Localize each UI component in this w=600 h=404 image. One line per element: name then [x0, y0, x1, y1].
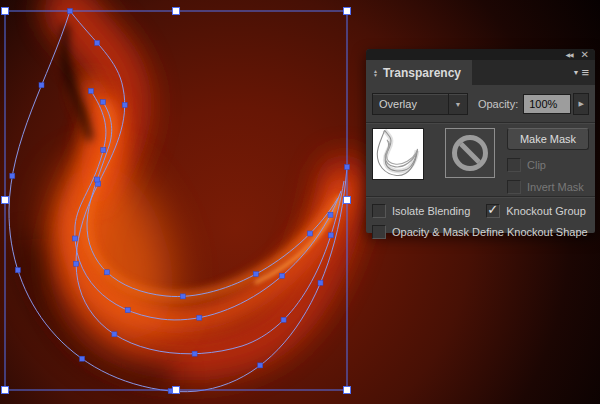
- panel-tab-row: ▲ ▼ Transparency ▼ ≡: [366, 60, 595, 85]
- knockout-group-label: Knockout Group: [506, 205, 586, 217]
- anchor-point[interactable]: [73, 236, 78, 241]
- anchor-point[interactable]: [192, 351, 197, 356]
- anchor-point[interactable]: [125, 308, 130, 313]
- opacity-spinner-icon[interactable]: ▶: [573, 93, 589, 115]
- anchor-point[interactable]: [345, 165, 350, 170]
- invert-mask-label: Invert Mask: [527, 181, 584, 193]
- anchor-point[interactable]: [308, 231, 313, 236]
- anchor-point[interactable]: [253, 272, 258, 277]
- isolate-blending-checkbox[interactable]: ✓: [372, 204, 386, 218]
- anchor-point[interactable]: [15, 268, 20, 273]
- thumbnails-row: Make Mask ✓ Clip ✓ Invert Mask: [372, 128, 589, 192]
- opacity-value-field[interactable]: 100%: [523, 94, 571, 114]
- anchor-point[interactable]: [74, 261, 79, 266]
- opacity-label: Opacity:: [478, 98, 518, 110]
- panel-toggle-icon[interactable]: ▲ ▼: [373, 69, 378, 77]
- blend-mode-dropdown[interactable]: Overlay ▼: [372, 93, 468, 115]
- anchor-point[interactable]: [10, 173, 15, 178]
- anchor-point[interactable]: [281, 317, 286, 322]
- object-thumbnail[interactable]: [372, 128, 424, 180]
- anchor-point[interactable]: [95, 177, 100, 182]
- handle-bottom-left[interactable]: [2, 387, 9, 394]
- invert-mask-row: ✓ Invert Mask: [507, 180, 589, 194]
- clip-label: Clip: [527, 159, 546, 171]
- anchor-point[interactable]: [328, 212, 333, 217]
- separator: [366, 122, 595, 124]
- isolate-blending-label: Isolate Blending: [392, 205, 470, 217]
- blend-opacity-row: Overlay ▼ Opacity: 100% ▶: [372, 93, 589, 115]
- anchor-point[interactable]: [258, 363, 263, 368]
- panel-menu-icon[interactable]: ▼ ≡: [572, 60, 595, 85]
- handle-top-left[interactable]: [2, 8, 9, 15]
- anchor-point[interactable]: [101, 100, 106, 105]
- handle-mid-left[interactable]: [2, 197, 9, 204]
- knockout-shape-row: ✓ Opacity & Mask Define Knockout Shape: [372, 225, 589, 239]
- knockout-group-checkbox[interactable]: ✓: [486, 204, 500, 218]
- anchor-point[interactable]: [105, 270, 110, 275]
- menu-arrow: ▼: [572, 69, 579, 76]
- anchor-point[interactable]: [197, 315, 202, 320]
- handle-bottom-right[interactable]: [344, 387, 351, 394]
- anchor-point[interactable]: [39, 83, 44, 88]
- tab-title: Transparency: [383, 66, 461, 80]
- anchor-point[interactable]: [280, 273, 285, 278]
- anchor-point[interactable]: [68, 9, 73, 14]
- anchor-point[interactable]: [318, 280, 323, 285]
- illustrator-workspace: { "canvas": { "artwork": "red-flame-cres…: [0, 0, 600, 404]
- blending-options-row: ✓ Isolate Blending ✓ Knockout Group: [372, 204, 589, 218]
- anchor-point[interactable]: [180, 294, 185, 299]
- knockout-shape-label: Opacity & Mask Define Knockout Shape: [392, 226, 588, 238]
- collapse-panels-icon[interactable]: ◀◀: [565, 52, 572, 58]
- handle-bottom-mid[interactable]: [173, 387, 180, 394]
- checkmark-icon: ✓: [487, 202, 498, 217]
- anchor-point[interactable]: [89, 89, 94, 94]
- mask-controls: Make Mask ✓ Clip ✓ Invert Mask: [507, 128, 589, 194]
- make-mask-button[interactable]: Make Mask: [507, 128, 589, 150]
- dropdown-arrow-icon[interactable]: ▼: [448, 94, 467, 114]
- object-thumbnail-art: [373, 129, 421, 177]
- anchor-point[interactable]: [122, 103, 127, 108]
- toggle-down-arrow: ▼: [373, 73, 378, 77]
- menu-lines: ≡: [581, 65, 589, 80]
- knockout-shape-checkbox[interactable]: ✓: [372, 225, 386, 239]
- no-mask-icon: [452, 135, 488, 171]
- separator: [366, 196, 595, 198]
- tab-transparency[interactable]: ▲ ▼ Transparency: [366, 60, 472, 85]
- mask-thumbnail[interactable]: [445, 128, 495, 178]
- invert-mask-checkbox[interactable]: ✓: [507, 180, 521, 194]
- anchor-point[interactable]: [328, 233, 333, 238]
- anchor-point[interactable]: [112, 332, 117, 337]
- close-icon[interactable]: ✕: [581, 51, 589, 59]
- clip-row: ✓ Clip: [507, 158, 589, 172]
- panel-content: Overlay ▼ Opacity: 100% ▶: [366, 85, 595, 245]
- clip-checkbox[interactable]: ✓: [507, 158, 521, 172]
- anchor-point[interactable]: [101, 148, 106, 153]
- transparency-panel: ◀◀ ✕ ▲ ▼ Transparency ▼ ≡ Overlay ▼ Opac…: [366, 49, 595, 233]
- panel-titlebar[interactable]: ◀◀ ✕: [366, 49, 595, 60]
- anchor-point[interactable]: [80, 356, 85, 361]
- blend-mode-value: Overlay: [373, 98, 448, 110]
- handle-mid-right[interactable]: [344, 197, 351, 204]
- anchor-point[interactable]: [95, 40, 100, 45]
- handle-top-right[interactable]: [344, 8, 351, 15]
- handle-top-mid[interactable]: [173, 8, 180, 15]
